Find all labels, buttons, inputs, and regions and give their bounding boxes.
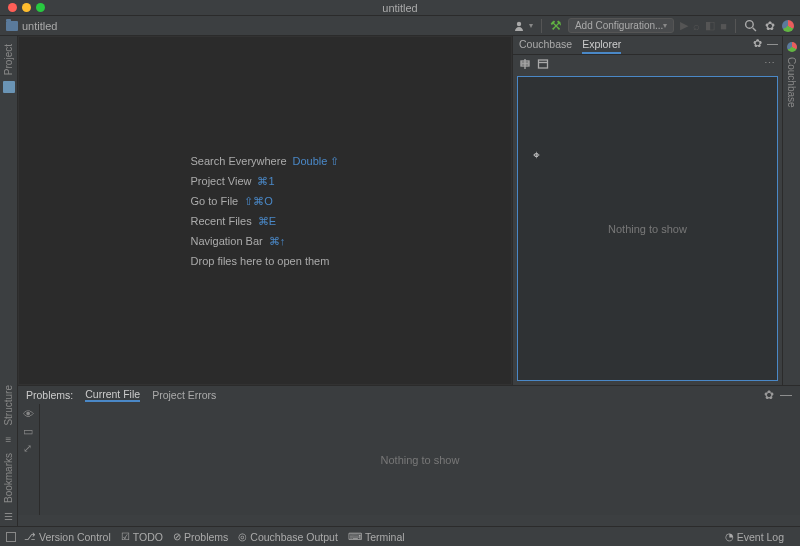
shortcut: ⌘↑	[269, 235, 286, 248]
add-configuration-label: Add Configuration...	[575, 20, 663, 31]
breadcrumb-project[interactable]: untitled	[22, 20, 57, 32]
bookmark-icon[interactable]: ☰	[4, 511, 13, 522]
empty-label: Nothing to show	[381, 454, 460, 466]
right-tool-strip: Couchbase	[782, 36, 800, 385]
tool-project[interactable]: Project	[3, 44, 14, 75]
breadcrumb[interactable]: untitled	[6, 20, 57, 32]
run-controls: ▶ ⌕ ◧ ■	[680, 19, 727, 32]
close-icon[interactable]	[8, 3, 17, 12]
status-terminal[interactable]: ⌨Terminal	[348, 531, 405, 543]
coverage-icon[interactable]: ◧	[705, 19, 715, 32]
svg-point-1	[746, 21, 754, 29]
panel-hide-icon[interactable]: —	[780, 388, 792, 402]
shortcut: ⌘1	[257, 175, 274, 188]
user-icon[interactable]	[512, 19, 526, 33]
structure-icon[interactable]: ≡	[6, 434, 12, 445]
tool-couchbase[interactable]: Couchbase	[786, 57, 797, 108]
problems-title: Problems:	[26, 389, 73, 401]
tab-project-errors[interactable]: Project Errors	[152, 389, 216, 401]
chevron-down-icon: ▾	[663, 21, 667, 30]
chevron-down-icon[interactable]: ▾	[529, 21, 533, 30]
status-couchbase-output[interactable]: ◎Couchbase Output	[238, 531, 338, 543]
hint-navigation-bar: Navigation Bar	[191, 235, 263, 247]
svg-rect-6	[539, 60, 548, 68]
hint-recent-files: Recent Files	[191, 215, 252, 227]
tab-current-file[interactable]: Current File	[85, 388, 140, 402]
panel-settings-icon[interactable]: ✿	[764, 388, 774, 402]
editor-area[interactable]: Search Everywhere Double ⇧ Project View …	[18, 36, 512, 385]
tab-couchbase[interactable]: Couchbase	[519, 38, 572, 54]
project-icon[interactable]	[3, 81, 15, 93]
inspect-icon[interactable]: 👁	[23, 408, 35, 420]
problems-panel: Problems: Current File Project Errors ✿ …	[18, 385, 800, 515]
run-icon[interactable]: ▶	[680, 19, 688, 32]
more-icon[interactable]: ⋯	[764, 57, 776, 70]
filter-icon[interactable]: ▭	[23, 425, 35, 437]
build-icon[interactable]: ⚒	[550, 18, 562, 33]
stop-icon[interactable]: ■	[720, 20, 727, 32]
window-icon[interactable]	[537, 58, 549, 70]
navigation-bar: untitled ▾ ⚒ Add Configuration... ▾ ▶ ⌕ …	[0, 16, 800, 36]
problems-content: Nothing to show	[40, 404, 800, 515]
editor-hints: Search Everywhere Double ⇧ Project View …	[191, 155, 340, 267]
debug-icon[interactable]: ⌕	[693, 20, 700, 32]
minimize-icon[interactable]	[22, 3, 31, 12]
tool-window-toggle-icon[interactable]	[6, 532, 16, 542]
settings-icon[interactable]: ✿	[763, 19, 776, 32]
shortcut: ⌘E	[258, 215, 276, 228]
window-title: untitled	[382, 2, 417, 14]
folder-icon	[6, 21, 18, 31]
hint-drop-files: Drop files here to open them	[191, 255, 330, 267]
explorer-content[interactable]: Nothing to show	[517, 76, 778, 381]
couchbase-icon[interactable]	[782, 20, 794, 32]
svg-point-0	[517, 21, 521, 25]
expand-icon[interactable]: ⤢	[23, 442, 35, 454]
svg-line-2	[753, 28, 756, 31]
status-todo[interactable]: ☑TODO	[121, 531, 163, 543]
hint-search-everywhere: Search Everywhere	[191, 155, 287, 167]
left-tool-strip: Project	[0, 36, 18, 385]
title-bar: untitled	[0, 0, 800, 16]
tool-bookmarks[interactable]: Bookmarks	[3, 453, 14, 503]
hint-go-to-file: Go to File	[191, 195, 239, 207]
window-controls[interactable]	[8, 3, 45, 12]
add-configuration-button[interactable]: Add Configuration... ▾	[568, 18, 674, 33]
shortcut: ⇧⌘O	[244, 195, 273, 208]
maximize-icon[interactable]	[36, 3, 45, 12]
status-event-log[interactable]: ◔Event Log	[725, 531, 784, 543]
status-problems[interactable]: ⊘Problems	[173, 531, 228, 543]
empty-label: Nothing to show	[608, 223, 687, 235]
couchbase-panel: Couchbase Explorer ✿ — ⋯ Nothing to show	[512, 36, 782, 385]
shortcut: Double ⇧	[293, 155, 340, 168]
search-icon[interactable]	[744, 19, 757, 32]
hint-project-view: Project View	[191, 175, 252, 187]
status-version-control[interactable]: ⎇Version Control	[24, 531, 111, 543]
couchbase-icon[interactable]	[787, 42, 797, 52]
add-connection-icon[interactable]	[519, 58, 531, 70]
panel-hide-icon[interactable]: —	[767, 37, 778, 50]
tool-structure[interactable]: Structure	[3, 385, 14, 426]
tab-explorer[interactable]: Explorer	[582, 38, 621, 54]
left-tool-strip-lower: Structure ≡ Bookmarks ☰	[0, 385, 18, 526]
panel-settings-icon[interactable]: ✿	[753, 37, 762, 50]
status-bar: ⎇Version Control ☑TODO ⊘Problems ◎Couchb…	[0, 526, 800, 546]
